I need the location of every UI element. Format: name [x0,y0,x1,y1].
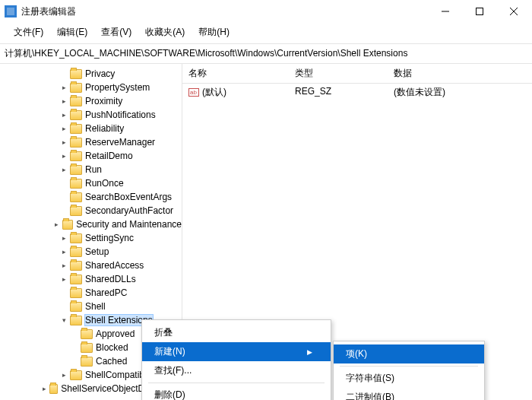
expander-icon[interactable]: ▾ [59,316,68,325]
folder-icon [70,151,82,161]
folder-icon [70,69,82,79]
tree-label: Security and Maintenance [76,219,182,230]
tree-label: SecondaryAuthFactor [85,205,173,216]
tree-item[interactable]: ▸Reliability [0,122,182,135]
expander-icon[interactable] [70,357,79,366]
expander-icon[interactable] [59,179,68,188]
folder-icon [70,275,82,284]
menu-file[interactable]: 文件(F) [8,24,49,40]
tree-item[interactable]: SearchBoxEventArgs [0,190,182,204]
folder-icon [70,247,82,257]
tree-item[interactable]: ▸SharedAccess [0,259,182,272]
menu-edit[interactable]: 编辑(E) [51,24,93,40]
col-type[interactable]: 类型 [289,64,388,83]
tree-label: SharedDLLs [85,274,136,284]
tree-label: PropertySystem [85,82,150,93]
expander-icon[interactable]: ▸ [52,220,61,229]
tree-label: Run [85,164,102,175]
tree-label: SharedAccess [85,260,144,271]
folder-icon [81,357,93,367]
tree-label: SharedPC [85,287,127,298]
folder-icon [70,97,82,106]
col-data[interactable]: 数据 [388,64,532,83]
col-name[interactable]: 名称 [182,64,289,83]
tree-label: SettingSync [85,233,134,243]
folder-icon [70,179,82,189]
folder-icon [81,343,93,353]
expander-icon[interactable]: ▸ [59,370,68,379]
expander-icon[interactable]: ▸ [59,151,68,160]
expander-icon[interactable]: ▸ [41,384,47,393]
tree-item[interactable]: RunOnce [0,176,182,190]
tree-item[interactable]: ▸PropertySystem [0,81,182,94]
tree-item[interactable]: ▸SharedDLLs [0,272,182,286]
ctx-collapse[interactable]: 折叠 [142,323,331,342]
folder-icon [49,384,59,394]
expander-icon[interactable]: ▸ [59,247,68,256]
expander-icon[interactable]: ▸ [59,165,68,174]
tree-item[interactable]: Privacy [0,67,182,81]
tree-label: SearchBoxEventArgs [85,192,172,202]
tree-item[interactable]: SecondaryAuthFactor [0,204,182,217]
expander-icon[interactable] [59,288,68,297]
tree-item[interactable]: ▸Run [0,163,182,176]
app-icon [5,5,17,17]
expander-icon[interactable] [59,192,68,202]
menu-favorites[interactable]: 收藏夹(A) [139,24,191,40]
folder-icon [70,83,82,93]
tree-item[interactable]: ▸Security and Maintenance [0,217,182,231]
value-type: REG_SZ [289,85,388,100]
tree-item[interactable]: ▸PushNotifications [0,108,182,122]
tree-item[interactable]: Shell [0,300,182,313]
tree-label: Setup [85,246,109,257]
folder-icon [70,165,82,175]
menu-view[interactable]: 查看(V) [95,24,138,40]
folder-icon [70,302,82,312]
value-name: (默认) [202,87,226,97]
folder-icon [70,124,82,134]
folder-icon [70,138,82,148]
expander-icon[interactable]: ▸ [59,110,68,119]
minimize-button[interactable] [428,0,462,23]
expander-icon[interactable] [70,343,79,352]
tree-label: Reliability [85,123,124,134]
expander-icon[interactable]: ▸ [59,83,68,92]
maximize-button[interactable] [462,0,496,23]
titlebar: 注册表编辑器 [0,0,532,23]
expander-icon[interactable]: ▸ [59,233,68,243]
tree-item[interactable]: ▸Setup [0,245,182,259]
address-bar[interactable]: 计算机\HKEY_LOCAL_MACHINE\SOFTWARE\Microsof… [0,44,532,64]
folder-icon [62,220,73,230]
tree-label: RetailDemo [85,151,133,161]
expander-icon[interactable]: ▸ [59,97,68,106]
ctx-new-string[interactable]: 字符串值(S) [334,369,484,388]
expander-icon[interactable] [59,302,68,311]
expander-icon[interactable] [70,329,79,338]
ctx-find[interactable]: 查找(F)... [142,361,331,380]
expander-icon[interactable]: ▸ [59,138,68,147]
ctx-delete[interactable]: 删除(D) [142,386,331,400]
list-row[interactable]: (默认)REG_SZ(数值未设置) [182,84,532,101]
ctx-new-binary[interactable]: 二进制值(B) [334,388,484,400]
tree-label: Proximity [85,96,122,106]
folder-icon [70,316,82,325]
list-header: 名称 类型 数据 [182,64,532,84]
menu-help[interactable]: 帮助(H) [192,24,236,40]
expander-icon[interactable]: ▸ [59,124,68,133]
close-button[interactable] [496,0,530,23]
tree-label: Cached [96,356,127,367]
expander-icon[interactable]: ▸ [59,275,68,284]
expander-icon[interactable]: ▸ [59,261,68,270]
tree-item[interactable]: ▸Proximity [0,94,182,108]
ctx-new-key[interactable]: 项(K) [334,344,484,363]
tree-item[interactable]: ▸RetailDemo [0,149,182,163]
ctx-new[interactable]: 新建(N)▶ [142,342,331,361]
tree-label: RunOnce [85,178,124,189]
expander-icon[interactable] [59,206,68,215]
tree-item[interactable]: ▸ReserveManager [0,135,182,149]
tree-item[interactable]: ▸SettingSync [0,231,182,245]
tree-label: PushNotifications [85,110,156,120]
window-title: 注册表编辑器 [21,5,76,18]
expander-icon[interactable] [59,69,68,78]
tree-item[interactable]: SharedPC [0,286,182,300]
